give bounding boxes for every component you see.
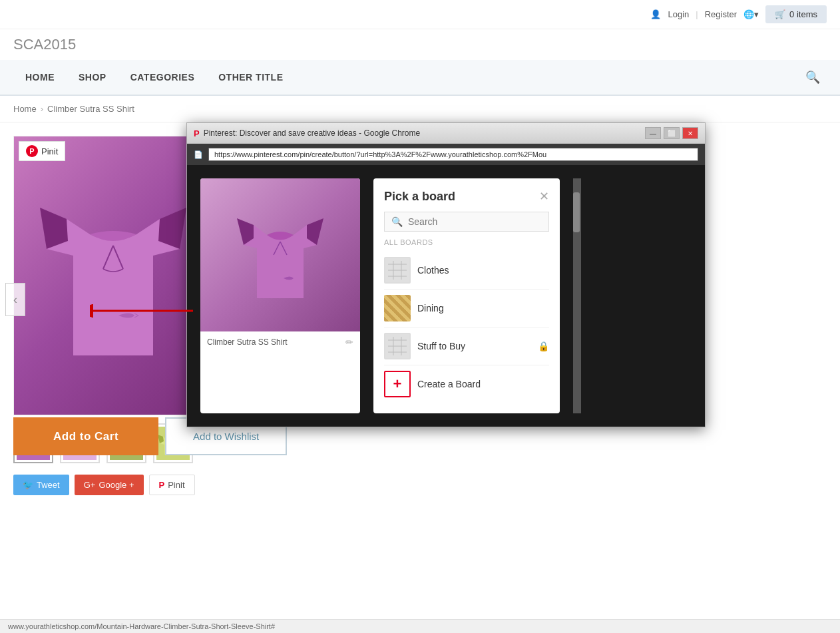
cart-icon: 🛒 [775, 9, 785, 19]
pinterest-popup-overlay: P Pinterest: Discover and save creative … [186, 122, 706, 427]
pin-card: Climber Sutra SS Shirt ✏ [200, 178, 360, 413]
close-panel-button[interactable]: ✕ [539, 189, 549, 204]
google-icon: G+ [84, 480, 96, 490]
pick-board-panel: Pick a board ✕ 🔍 All boards [373, 178, 560, 413]
pin-card-image [200, 178, 360, 331]
board-item-clothes[interactable]: Clothes [384, 252, 549, 290]
logo-year: 2015 [43, 36, 76, 53]
board-search-input[interactable] [408, 216, 542, 227]
pick-board-header: Pick a board ✕ [384, 189, 549, 204]
pinit-share-label: Pinit [168, 480, 184, 490]
social-share-buttons: 🐦 Tweet G+ Google + P Pinit [13, 475, 195, 495]
search-icon[interactable]: 🔍 [799, 63, 827, 91]
chrome-scrollbar[interactable] [573, 178, 581, 413]
board-search-icon: 🔍 [391, 216, 403, 227]
nav-shop[interactable]: SHOP [67, 60, 118, 95]
chrome-title: P Pinterest: Discover and save creative … [194, 128, 420, 138]
edit-icon[interactable]: ✏ [345, 337, 353, 347]
user-icon: 👤 [650, 9, 661, 19]
twitter-icon: 🐦 [23, 480, 33, 490]
pinterest-favicon: P [194, 128, 200, 138]
product-shirt-svg [40, 176, 186, 375]
pin-shirt-svg [237, 198, 323, 312]
clothes-thumb-icon [385, 258, 409, 282]
pinterest-p-icon: P [26, 145, 38, 157]
board-search[interactable]: 🔍 [384, 212, 549, 232]
google-plus-button[interactable]: G+ Google + [75, 475, 144, 495]
url-bar[interactable]: https://www.pinterest.com/pin/create/but… [208, 148, 698, 161]
create-board-plus-icon: + [384, 371, 411, 397]
lock-icon: 🔒 [538, 341, 549, 351]
annotation-arrow-left [90, 301, 196, 323]
main-product-image [13, 136, 213, 415]
logo-area: SCA2015 [0, 29, 840, 60]
board-thumb-clothes [384, 257, 411, 284]
chrome-window-title: Pinterest: Discover and save creative id… [204, 128, 420, 138]
pick-board-title: Pick a board [384, 190, 455, 204]
register-link[interactable]: Register [705, 9, 737, 19]
prev-image-button[interactable]: ‹ [5, 283, 25, 316]
chrome-window: P Pinterest: Discover and save creative … [186, 122, 706, 427]
tweet-button[interactable]: 🐦 Tweet [13, 475, 69, 495]
add-to-cart-button[interactable]: Add to Cart [13, 417, 158, 455]
breadcrumb-home[interactable]: Home [13, 104, 37, 114]
main-nav: HOME SHOP CATEGORIES OTHER TITLE 🔍 [0, 60, 840, 96]
board-name-dining: Dining [417, 303, 444, 314]
chrome-body: Climber Sutra SS Shirt ✏ Pick a board ✕ … [187, 165, 705, 427]
create-board-item[interactable]: + Create a Board [384, 365, 549, 403]
main-content: P Pinterest: Discover and save creative … [0, 122, 840, 588]
pinterest-share-icon: P [159, 480, 165, 490]
board-item-dining[interactable]: Dining [384, 290, 549, 327]
nav-home[interactable]: HOME [13, 60, 67, 95]
board-name-clothes: Clothes [417, 265, 449, 276]
minimize-button[interactable]: — [645, 127, 661, 139]
pin-card-footer: Climber Sutra SS Shirt ✏ [200, 331, 360, 353]
board-item-stuff-to-buy[interactable]: Stuff to Buy 🔒 [384, 327, 549, 365]
chrome-controls: — ⬜ ✕ [645, 127, 698, 139]
tweet-label: Tweet [37, 480, 60, 490]
board-thumb-stuff-to-buy [384, 333, 411, 359]
pin-card-title: Climber Sutra SS Shirt [207, 337, 288, 347]
breadcrumb-current: Climber Sutra SS Shirt [47, 104, 134, 114]
globe-icon: 🌐▾ [743, 9, 759, 19]
nav-categories[interactable]: CATEGORIES [118, 60, 207, 95]
close-button[interactable]: ✕ [682, 127, 698, 139]
pinit-button[interactable]: P Pinit [19, 141, 65, 161]
cart-items-count: 0 items [789, 9, 817, 19]
board-name-stuff-to-buy: Stuff to Buy [417, 341, 465, 351]
chrome-addressbar: 📄 https://www.pinterest.com/pin/create/b… [187, 144, 705, 165]
login-link[interactable]: Login [668, 9, 689, 19]
pinit-label: Pinit [41, 146, 58, 156]
site-logo[interactable]: SCA2015 [13, 36, 89, 53]
google-label: Google + [99, 480, 134, 490]
cart-button[interactable]: 🛒 0 items [765, 5, 827, 23]
logo-brand: SCA [13, 36, 43, 53]
separator: | [696, 9, 698, 19]
create-board-label: Create a Board [417, 379, 481, 389]
pinit-share-button[interactable]: P Pinit [149, 475, 195, 495]
scrollbar-thumb [573, 192, 580, 232]
maximize-button[interactable]: ⬜ [664, 127, 680, 139]
all-boards-label: All boards [384, 238, 549, 246]
stuff-thumb-icon [385, 334, 409, 358]
left-arrow-svg [90, 301, 196, 321]
breadcrumb: Home › Climber Sutra SS Shirt [0, 96, 840, 122]
chrome-titlebar: P Pinterest: Discover and save creative … [187, 123, 705, 144]
breadcrumb-separator: › [41, 104, 43, 114]
nav-other-title[interactable]: OTHER TITLE [206, 60, 295, 95]
top-bar: 👤 Login | Register 🌐▾ 🛒 0 items [0, 0, 840, 29]
board-thumb-dining [384, 295, 411, 321]
